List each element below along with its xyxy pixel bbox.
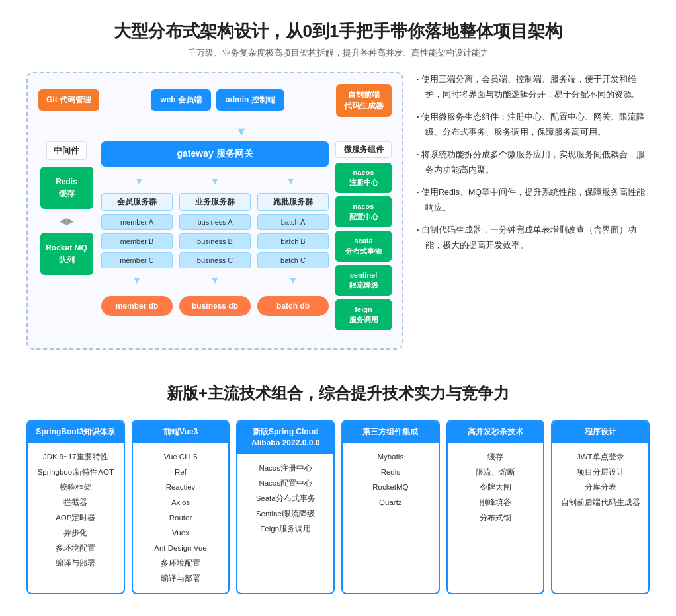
main-title: 大型分布式架构设计，从0到1手把手带你落地整体项目架构	[26, 20, 650, 43]
middleware-col: 中间件 Redis 缓存 ◀▶ Rocket MQ 队列	[38, 141, 95, 275]
arch-desc-item: 使用微服务生态组件：注册中心、配置中心、网关、限流降级、分布式事务、服务调用，保…	[417, 110, 650, 139]
service-item: member C	[101, 252, 173, 268]
micro-col: 微服务组件 nacos 注册中心nacos 配置中心seata 分布式事物sen…	[335, 141, 392, 330]
gateway-row: gateway 服务网关	[101, 141, 329, 167]
tech-card-header: 高并发秒杀技术	[448, 421, 544, 443]
arrow-row-db: ▼ ▼ ▼	[101, 275, 329, 286]
tech-card-header: SpringBoot3知识体系	[28, 421, 124, 443]
top-row: Git 代码管理 web 会员端 admin 控制端 自制前端 代码生成器	[38, 84, 392, 117]
service-item: business A	[179, 214, 251, 230]
tech-card-body: JDK 9~17重要特性 Springboot新特性AOT 校验框架 拦截器 A…	[28, 443, 124, 578]
tech-card-body: 缓存 限流、熔断 令牌大闸 削峰填谷 分布式锁	[448, 443, 544, 532]
service-group: 会员服务群member Amember Bmember C	[101, 193, 173, 268]
services-area: gateway 服务网关 ▼ ▼ ▼ 会员服务群member Amember B…	[101, 141, 329, 316]
service-item: member B	[101, 233, 173, 249]
arch-wrapper: Git 代码管理 web 会员端 admin 控制端 自制前端 代码生成器 ▼ …	[26, 72, 650, 350]
micro-item: sentinel 限流降级	[335, 265, 392, 296]
tech-card: 高并发秒杀技术缓存 限流、熔断 令牌大闸 削峰填谷 分布式锁	[446, 420, 545, 594]
db-row: member dbbusiness dbbatch db	[101, 296, 329, 316]
admin-box: admin 控制端	[216, 89, 284, 111]
micro-item: nacos 注册中心	[335, 163, 392, 194]
arrow-left-right-redis: ◀▶	[60, 215, 74, 226]
service-item: batch C	[257, 252, 329, 268]
service-group: 跑批服务群batch Abatch Bbatch C	[257, 193, 329, 268]
tech-card-body: JWT单点登录 项目分层设计 分库分表 自制前后端代码生成器	[552, 443, 648, 517]
service-group: 业务服务群business Abusiness Bbusiness C	[179, 193, 251, 268]
service-item: business C	[179, 252, 251, 268]
service-group-title: 跑批服务群	[257, 193, 329, 211]
redis-box: Redis 缓存	[40, 167, 93, 209]
service-groups: 会员服务群member Amember Bmember C业务服务群busine…	[101, 193, 329, 268]
arch-diagram: Git 代码管理 web 会员端 admin 控制端 自制前端 代码生成器 ▼ …	[26, 72, 403, 350]
tech-card-header: 新版Spring Cloud Alibaba 2022.0.0.0	[237, 421, 333, 454]
arch-desc-item: 使用Redis、MQ等中间件，提升系统性能，保障服务高性能响应。	[417, 185, 650, 215]
service-item: business B	[179, 233, 251, 249]
tech-card-header: 程序设计	[552, 421, 648, 443]
arch-desc: 使用三端分离，会员端、控制端、服务端，便于开发和维护，同时将界面与功能逻辑分开，…	[417, 72, 650, 260]
tech-card-header: 前端Vue3	[133, 421, 229, 443]
section2-title: 新版+主流技术组合，综合提升技术实力与竞争力	[26, 383, 650, 404]
service-item: member A	[101, 214, 173, 230]
arrow-row-services: ▼ ▼ ▼	[101, 176, 329, 186]
db-item: batch db	[257, 296, 329, 316]
gateway-box: gateway 服务网关	[101, 141, 329, 167]
arch-desc-item: 自制代码生成器，一分钟完成单表增删改查（含界面）功能，极大的提高开发效率。	[417, 223, 650, 252]
section1: 大型分布式架构设计，从0到1手把手带你落地整体项目架构 千万级、业务复杂度极高项…	[0, 0, 676, 363]
micro-item: nacos 配置中心	[335, 196, 392, 227]
arch-middle: 中间件 Redis 缓存 ◀▶ Rocket MQ 队列 gateway 服务网…	[38, 141, 392, 330]
arch-desc-item: 将系统功能拆分成多个微服务应用，实现服务间低耦合，服务内功能高内聚。	[417, 147, 650, 177]
tech-card: 第三方组件集成Mybatis Redis RocketMQ Quartz	[341, 420, 440, 594]
tech-card-header: 第三方组件集成	[343, 421, 439, 443]
tech-grid: SpringBoot3知识体系JDK 9~17重要特性 Springboot新特…	[26, 420, 650, 594]
tech-card: 程序设计JWT单点登录 项目分层设计 分库分表 自制前后端代码生成器	[551, 420, 650, 594]
tech-card-body: Nacos注册中心 Nacos配置中心 Seata分布式事务 Sentinel限…	[237, 454, 333, 543]
tech-card: 前端Vue3Vue CLI 5 Ref Reactiev Axios Route…	[132, 420, 230, 594]
web-box: web 会员端	[151, 89, 211, 111]
tech-card-body: Mybatis Redis RocketMQ Quartz	[343, 443, 439, 517]
arch-desc-item: 使用三端分离，会员端、控制端、服务端，便于开发和维护，同时将界面与功能逻辑分开，…	[417, 72, 650, 102]
micro-items: nacos 注册中心nacos 配置中心seata 分布式事物sentinel …	[335, 163, 392, 330]
db-item: business db	[179, 296, 251, 316]
section2: 新版+主流技术组合，综合提升技术实力与竞争力 SpringBoot3知识体系JD…	[0, 363, 676, 607]
middleware-label: 中间件	[46, 141, 87, 160]
micro-item: feign 服务调用	[335, 299, 392, 330]
tech-card: 新版Spring Cloud Alibaba 2022.0.0.0Nacos注册…	[236, 420, 335, 594]
tech-card: SpringBoot3知识体系JDK 9~17重要特性 Springboot新特…	[26, 420, 125, 594]
git-box: Git 代码管理	[38, 89, 99, 111]
service-item: batch A	[257, 214, 329, 230]
service-group-title: 会员服务群	[101, 193, 173, 211]
micro-label: 微服务组件	[335, 141, 392, 158]
service-group-title: 业务服务群	[179, 193, 251, 211]
db-item: member db	[101, 296, 173, 316]
micro-item: seata 分布式事物	[335, 231, 392, 262]
tech-card-body: Vue CLI 5 Ref Reactiev Axios Router Vuex…	[133, 443, 229, 593]
service-item: batch B	[257, 233, 329, 249]
sub-title: 千万级、业务复杂度极高项目架构拆解，提升各种高并发、高性能架构设计能力	[26, 47, 650, 59]
arrow-down-gateway: ▼	[235, 125, 247, 139]
custom-box: 自制前端 代码生成器	[336, 84, 392, 117]
rocketmq-box: Rocket MQ 队列	[40, 233, 93, 275]
